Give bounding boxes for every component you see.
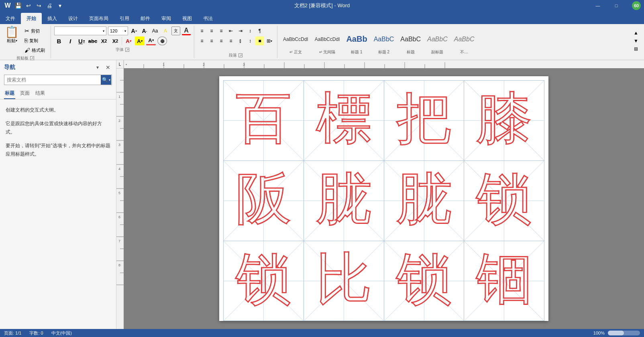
font-color-A-btn[interactable]: A	[182, 26, 191, 35]
maximize-btn[interactable]: □	[607, 0, 626, 11]
nav-collapse-btn[interactable]: ▾	[94, 63, 102, 71]
font-color-btn2[interactable]: A▾	[124, 37, 133, 45]
char-cell-11: 锁	[384, 241, 465, 321]
indent-increase-btn[interactable]: ⇥	[236, 26, 245, 35]
paragraph-group: ≡ ≡ ≡ ⇤ ⇥ ↕ ¶ ≡ ≡ ≡ ≡ ⫿ ↕ ■ ⊞▾	[194, 26, 277, 58]
font-expand[interactable]: ↗	[125, 48, 129, 52]
cut-button[interactable]: ✂ 剪切	[22, 26, 47, 35]
redo-btn[interactable]: ↪	[35, 2, 43, 10]
strikethrough-btn[interactable]: abc	[88, 37, 98, 45]
align-right-btn[interactable]: ≡	[217, 37, 226, 45]
font-colorA2-btn[interactable]: A▾	[146, 37, 156, 45]
italic-btn[interactable]: I	[65, 37, 75, 45]
align-center-btn[interactable]: ≡	[207, 37, 216, 45]
svg-rect-22	[116, 68, 124, 329]
tab-view[interactable]: 视图	[177, 13, 198, 24]
styles-expand-up[interactable]: ▲ ▼ ⊞	[631, 29, 641, 55]
quick-access-toolbar: W 💾 ↩ ↪ 🖨 ▾	[3, 2, 64, 10]
circle-btn[interactable]: ⊕	[157, 37, 167, 45]
case-btn[interactable]: Aa	[151, 26, 159, 35]
svg-text:3: 3	[243, 63, 245, 67]
nav-search-icon[interactable]: 🔍 ▾	[101, 75, 111, 85]
font-size-box[interactable]: 120 ▾	[108, 26, 128, 35]
status-bar: 页面: 1/1 字数: 0 中文(中国) 100%	[0, 329, 644, 337]
minimize-btn[interactable]: —	[589, 0, 607, 11]
indent-decrease-btn[interactable]: ⇤	[226, 26, 235, 35]
para-group-content: ≡ ≡ ≡ ⇤ ⇥ ↕ ¶ ≡ ≡ ≡ ≡ ⫿ ↕ ■ ⊞▾	[198, 26, 274, 52]
shading-btn[interactable]: ■	[255, 37, 264, 45]
tab-review[interactable]: 审阅	[156, 13, 177, 24]
tab-references[interactable]: 引用	[114, 13, 135, 24]
format-brush-button[interactable]: 🖌 格式刷	[22, 46, 47, 55]
nav-search-input[interactable]	[4, 75, 112, 85]
wen-btn[interactable]: 文	[171, 26, 180, 35]
para-expand[interactable]: ↗	[238, 53, 243, 57]
zoom-slider[interactable]	[608, 331, 640, 335]
subscript-btn[interactable]: X2	[99, 37, 109, 45]
copy-button[interactable]: ⎘ 复制	[22, 36, 47, 45]
sort-btn[interactable]: ↕	[246, 26, 255, 35]
ruler-corner-btn[interactable]: L	[116, 60, 123, 68]
highlight-btn[interactable]: A	[161, 26, 170, 35]
window-controls: 60 — □ ✕	[589, 0, 644, 11]
list-bullet-btn[interactable]: ≡	[198, 26, 206, 35]
grow-font-btn[interactable]: A+	[130, 26, 139, 35]
char-cell-10: 比	[304, 241, 384, 321]
svg-text:锢: 锢	[476, 248, 532, 310]
align-left-btn[interactable]: ≡	[198, 37, 206, 45]
show-marks-btn[interactable]: ¶	[255, 26, 264, 35]
style-more[interactable]: AaBbC 不…	[452, 28, 477, 56]
nav-tab-results[interactable]: 结果	[35, 88, 46, 99]
char-cell-5: 阪	[224, 161, 304, 241]
list-multi-btn[interactable]: ≡	[217, 26, 226, 35]
line-spacing-btn[interactable]: ↕	[246, 37, 255, 45]
para-row1: ≡ ≡ ≡ ⇤ ⇥ ↕ ¶	[198, 26, 264, 35]
ribbon-tabs: 文件 开始 插入 设计 页面布局 引用 邮件 审阅 视图 书法	[0, 11, 644, 24]
tab-calligraphy[interactable]: 书法	[198, 13, 218, 24]
shrink-font-btn[interactable]: A-	[140, 26, 149, 35]
customize-btn[interactable]: ▾	[55, 2, 64, 10]
style-title[interactable]: AaBbC 标题	[398, 28, 423, 56]
style-normal[interactable]: AaBbCcDdI ↵ 正文	[281, 28, 311, 56]
paste-button[interactable]: 📋 粘贴▾	[3, 26, 20, 45]
border-btn[interactable]: ⊞▾	[265, 37, 274, 45]
svg-text:1: 1	[163, 63, 165, 67]
tab-insert[interactable]: 插入	[42, 13, 63, 24]
tab-mailings[interactable]: 邮件	[135, 13, 156, 24]
tab-file[interactable]: 文件	[0, 13, 21, 24]
underline-btn[interactable]: U▾	[77, 37, 86, 45]
window-title: 文档2 [兼容模式] - Word	[294, 2, 350, 9]
svg-text:•: •	[126, 63, 127, 67]
save-btn[interactable]: 💾	[14, 2, 22, 10]
justify-btn[interactable]: ≡	[226, 37, 235, 45]
col-btn[interactable]: ⫿	[236, 37, 245, 45]
font-name-dropdown[interactable]: ▾	[54, 26, 106, 35]
undo-btn[interactable]: ↩	[24, 2, 33, 10]
style-h1[interactable]: AaBb 标题 1	[344, 28, 369, 56]
ruler-svg: • 1 2 3	[124, 60, 644, 68]
tab-layout[interactable]: 页面布局	[84, 13, 114, 24]
tab-design[interactable]: 设计	[63, 13, 84, 24]
clipboard-expand[interactable]: ↗	[30, 56, 34, 60]
paste-label: 粘贴▾	[7, 38, 17, 44]
char-row-3: 锁 比	[223, 241, 544, 321]
doc-scroll[interactable]: 1 2 3 4 5	[116, 68, 644, 329]
svg-text:膝: 膝	[476, 87, 532, 149]
bold-btn[interactable]: B	[54, 37, 64, 45]
nav-tab-headings[interactable]: 标题	[4, 88, 15, 99]
style-nospace[interactable]: AaBbCcDdI ↵ 无间隔	[312, 28, 342, 56]
superscript-btn[interactable]: X2	[110, 37, 120, 45]
font-highlight-btn[interactable]: A▾	[135, 37, 145, 45]
tab-home[interactable]: 开始	[21, 13, 42, 24]
app-window: W 💾 ↩ ↪ 🖨 ▾ 文档2 [兼容模式] - Word 60 — □ ✕ 文…	[0, 0, 644, 337]
style-h2[interactable]: AaBbC 标题 2	[371, 28, 397, 56]
document-page[interactable]: 百 標	[219, 76, 548, 321]
print-btn[interactable]: 🖨	[45, 2, 54, 10]
nav-tab-pages[interactable]: 页面	[19, 88, 31, 99]
list-number-btn[interactable]: ≡	[207, 26, 216, 35]
nav-close-btn[interactable]: ✕	[104, 63, 112, 71]
page-area: 百 標	[124, 68, 644, 329]
v-ruler-svg: 1 2 3 4 5	[116, 68, 124, 329]
char-cell-9: 锁	[224, 241, 304, 321]
style-subtitle[interactable]: AaBbC 副标题	[425, 28, 450, 56]
